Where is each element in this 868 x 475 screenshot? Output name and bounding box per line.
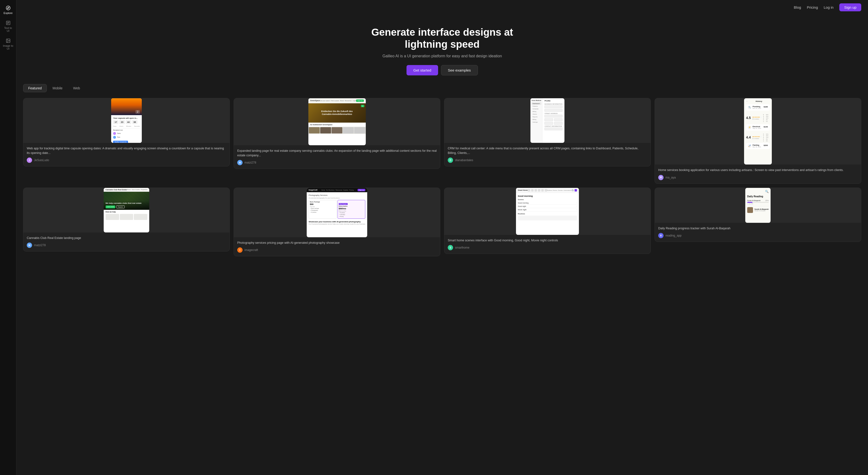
card-body: Home services booking application for va… xyxy=(655,165,861,183)
card-time-capsule[interactable]: 2 Your capsule will open in... 17 23 44 … xyxy=(23,98,230,167)
card-smart-home[interactable]: Smart Home Explore Ro xyxy=(444,188,651,254)
sidebar-item-explore[interactable]: Explore xyxy=(1,3,16,17)
sidebar-item-text-to-ui[interactable]: Text to UI xyxy=(1,18,16,35)
card-image: ImageCraft Home For Business Resources E… xyxy=(234,188,440,237)
card-daily-reading[interactable]: 🔍 Daily Reading Surah Al-Baqarah 25% 1 xyxy=(655,188,861,242)
svg-point-7 xyxy=(7,40,7,40)
card-body: Smart home scenes interface with Good mo… xyxy=(444,235,651,254)
card-home-services[interactable]: ← History 🔧 Plumbing Dec 23, 2021 xyxy=(655,98,861,184)
card-image: 2 Your capsule will open in... 17 23 44 … xyxy=(23,98,229,143)
hero-subtitle: Galileo AI is a UI generation platform f… xyxy=(382,54,502,58)
card-description: Home services booking application for va… xyxy=(658,168,858,172)
tabs: Featured Mobile Web xyxy=(23,84,861,92)
author-name: matzi278 xyxy=(34,243,46,247)
cc-how-label: How we help xyxy=(104,210,150,214)
nav-login[interactable]: Log in xyxy=(824,5,834,9)
sh-scene-good-night[interactable]: Good night › xyxy=(518,205,577,208)
author-name: smarthome xyxy=(455,246,469,249)
card-image: Smart Home Explore Ro xyxy=(444,188,651,235)
card-crm-medical[interactable]: Acme Medical Dashboard Patients Schedule… xyxy=(444,98,651,167)
sidebar-item-label: Text to UI xyxy=(3,27,13,32)
card-description: Smart home scenes interface with Good mo… xyxy=(448,238,647,243)
author-name: reading_app xyxy=(665,234,682,237)
card-body: Web app for tracking digital time capsul… xyxy=(23,143,229,166)
author-name: imagecraft xyxy=(245,248,258,252)
compass-icon xyxy=(5,5,11,10)
ph-logo: ImageCraft xyxy=(309,189,317,191)
signup-button[interactable]: Sign up xyxy=(839,3,861,11)
author-avatar: M xyxy=(27,243,32,248)
text-icon xyxy=(5,20,11,26)
card-author: M ma_aya xyxy=(658,175,858,180)
author-avatar: S xyxy=(448,245,453,250)
card-cannabis-realestate[interactable]: Cannabis Club Real Estate About How it w… xyxy=(23,188,230,252)
card-image: GreenSpace List your space Find a space … xyxy=(234,98,440,145)
card-body: Expanded landing page for real estate co… xyxy=(234,145,440,169)
card-description: Cannabis Club Real Estate landing page xyxy=(27,236,226,240)
nav-blog[interactable]: Blog xyxy=(794,5,801,9)
author-name: matzi278 xyxy=(245,161,256,164)
masonry-grid: 2 Your capsule will open in... 17 23 44 … xyxy=(23,98,861,257)
card-description: Daily Reading progress tracker with Sura… xyxy=(658,226,858,231)
dr-item-avatar xyxy=(747,207,753,213)
sidebar: Explore Text to UI Image to UI xyxy=(0,0,17,475)
see-examples-button[interactable]: See examples xyxy=(441,65,478,75)
card-body: Photography services pricing page with A… xyxy=(234,237,440,256)
hero-buttons: Get started See examples xyxy=(406,65,478,75)
gs-bottom xyxy=(308,127,366,134)
image-icon xyxy=(5,38,11,43)
sh-routines-title: Routines xyxy=(518,213,577,215)
sidebar-item-label: Explore xyxy=(4,11,12,14)
sidebar-item-image-to-ui[interactable]: Image to UI xyxy=(1,36,16,53)
gs-hero-text: Entdecken Sie die Zukunft desCannabis-Im… xyxy=(321,110,353,115)
card-author: M matzi278 xyxy=(237,160,437,165)
gs-subtitle: So funktioniert GreenSpace xyxy=(308,123,366,127)
sidebar-item-label: Image to UI xyxy=(3,44,13,50)
card-image: 🔍 Daily Reading Surah Al-Baqarah 25% 1 xyxy=(655,188,861,223)
author-avatar: I xyxy=(237,247,243,253)
sh-scene-good-morning[interactable]: Good morning › xyxy=(518,201,577,205)
tab-featured[interactable]: Featured xyxy=(23,84,47,92)
gs-logo: GreenSpace xyxy=(310,100,320,101)
dr-title: Daily Reading xyxy=(747,195,769,198)
ph-service-title: Photography Services xyxy=(309,194,365,196)
sh-scenes-title: Scenes xyxy=(518,199,577,200)
author-avatar: M xyxy=(658,175,663,180)
capsule-countdown: 17 23 44 38 xyxy=(113,120,140,124)
tab-mobile[interactable]: Mobile xyxy=(48,84,67,92)
hero-section: Generate interface designs at lightning … xyxy=(17,15,868,84)
card-author: R reading_app xyxy=(658,233,858,238)
hero-title: Generate interface designs at lightning … xyxy=(358,26,527,50)
card-image: Acme Medical Dashboard Patients Schedule… xyxy=(444,98,651,143)
sh-greeting: Good morning xyxy=(518,195,577,197)
card-description: Photography services pricing page with A… xyxy=(237,241,437,245)
card-author: M matzi278 xyxy=(27,243,226,248)
author-avatar: M xyxy=(237,160,243,165)
card-greenspace[interactable]: GreenSpace List your space Find a space … xyxy=(234,98,440,169)
card-image: ← History 🔧 Plumbing Dec 23, 2021 xyxy=(655,98,861,165)
svg-point-0 xyxy=(6,6,10,10)
tab-web[interactable]: Web xyxy=(68,84,85,92)
main-content: Blog Pricing Log in Sign up Generate int… xyxy=(17,0,868,475)
card-body: Cannabis Club Real Estate landing page M… xyxy=(23,232,229,251)
card-author: J JeSuisLudo xyxy=(27,158,226,163)
author-avatar: R xyxy=(658,233,663,238)
gs-nav: List your space Find a space About Resou… xyxy=(320,100,356,101)
dr-search-icon: 🔍 xyxy=(765,190,769,193)
card-author: D dianabardales xyxy=(448,158,647,163)
author-avatar: J xyxy=(27,158,32,163)
sh-scene-movie-night[interactable]: Movie night › xyxy=(518,208,577,211)
card-image: Cannabis Club Real Estate About How it w… xyxy=(23,188,229,232)
get-started-button[interactable]: Get started xyxy=(406,65,438,75)
topnav: Blog Pricing Log in Sign up xyxy=(17,0,868,15)
author-avatar: D xyxy=(448,158,453,163)
capsule-date: 2 xyxy=(135,110,140,114)
nav-pricing[interactable]: Pricing xyxy=(807,5,818,9)
card-photography[interactable]: ImageCraft Home For Business Resources E… xyxy=(234,188,440,257)
author-name: JeSuisLudo xyxy=(34,159,49,162)
author-name: dianabardales xyxy=(455,159,473,162)
tabs-container: Featured Mobile Web xyxy=(17,84,868,96)
card-body: Daily Reading progress tracker with Sura… xyxy=(655,223,861,242)
cards-grid: 2 Your capsule will open in... 17 23 44 … xyxy=(17,96,868,266)
svg-marker-1 xyxy=(7,7,9,9)
